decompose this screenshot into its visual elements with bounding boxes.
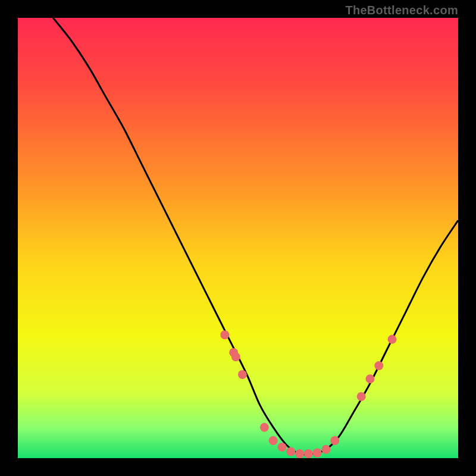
watermark-text: TheBottleneck.com bbox=[345, 4, 458, 17]
marker-point bbox=[366, 374, 375, 383]
marker-point bbox=[330, 436, 339, 445]
marker-point bbox=[231, 352, 240, 361]
marker-point bbox=[322, 445, 331, 454]
marker-point bbox=[260, 423, 269, 432]
marker-point bbox=[238, 370, 247, 379]
marker-point bbox=[295, 449, 304, 458]
marker-point bbox=[357, 392, 366, 401]
chart-frame bbox=[18, 18, 458, 458]
marker-point bbox=[304, 449, 313, 458]
marker-point bbox=[220, 330, 229, 339]
chart-background bbox=[18, 18, 458, 458]
marker-point bbox=[269, 436, 278, 445]
chart-svg bbox=[18, 18, 458, 458]
marker-point bbox=[286, 447, 295, 456]
marker-point bbox=[388, 335, 397, 344]
marker-point bbox=[278, 443, 287, 452]
marker-point bbox=[374, 361, 383, 370]
marker-point bbox=[313, 449, 322, 458]
